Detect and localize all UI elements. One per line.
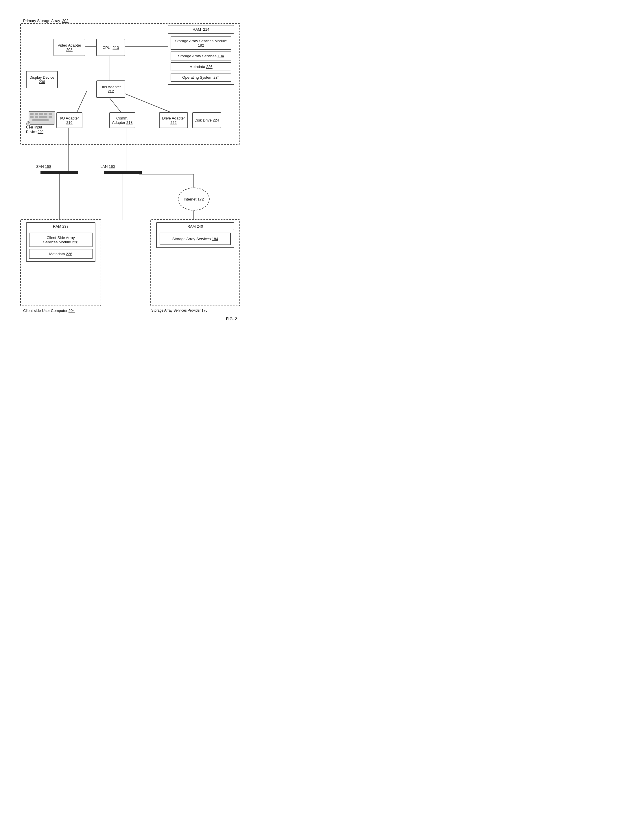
svg-rect-22 xyxy=(30,116,34,118)
metadata-226-top-label: Metadata 226 xyxy=(190,64,212,69)
ram-240-inner: Storage Array Services 184 xyxy=(156,230,234,248)
svg-rect-20 xyxy=(44,113,47,115)
user-input-device-area: User InputDevice 220 xyxy=(26,110,58,134)
sas-184-top-label: Storage Array Services 184 xyxy=(178,54,224,58)
storage-array-services-module-182-box: Storage Array Services Module 182 xyxy=(170,37,231,50)
ram-240-label: RAM 240 xyxy=(187,224,203,228)
svg-rect-24 xyxy=(39,116,47,118)
os-234-label: Operating System 234 xyxy=(182,75,220,80)
ram-214-box: RAM 214 xyxy=(168,25,234,34)
svg-rect-8 xyxy=(104,171,142,174)
storage-array-services-184-top-box: Storage Array Services 184 xyxy=(170,51,231,61)
svg-rect-7 xyxy=(40,171,78,174)
internet-172-box: Internet 172 xyxy=(178,188,210,211)
comm-adapter-218-label: Comm.Adapter 218 xyxy=(112,116,133,125)
fig-label: FIG. 2 xyxy=(226,317,237,321)
display-device-206-box: Display Device 206 xyxy=(26,71,58,88)
io-adapter-216-box: I/O Adapter 216 xyxy=(56,112,82,128)
csasm-228-label: Client-Side ArrayServices Module 228 xyxy=(43,235,78,244)
storage-array-services-184-bottom-box: Storage Array Services 184 xyxy=(160,233,231,245)
svg-rect-17 xyxy=(30,113,34,115)
client-side-user-computer-204-label: Client-side User Computer 204 xyxy=(23,309,75,313)
sasm-182-label: Storage Array Services Module 182 xyxy=(175,39,227,47)
disk-drive-224-label: Disk Drive 224 xyxy=(194,118,219,122)
svg-rect-25 xyxy=(48,116,52,118)
drive-adapter-222-box: Drive Adapter 222 xyxy=(159,112,188,128)
user-input-device-label: User InputDevice 220 xyxy=(26,125,58,134)
disk-drive-224-box: Disk Drive 224 xyxy=(192,112,221,128)
client-side-array-services-module-228-box: Client-Side ArrayServices Module 228 xyxy=(29,233,93,247)
video-adapter-208-box: Video Adapter 208 xyxy=(53,39,85,56)
svg-rect-18 xyxy=(35,113,38,115)
keyboard-icon xyxy=(26,110,58,126)
metadata-226-bottom-label: Metadata 226 xyxy=(49,252,72,256)
primary-storage-array-label: Primary Storage Array 202 xyxy=(23,19,69,23)
svg-rect-19 xyxy=(39,113,43,115)
lan-160-label: LAN 160 xyxy=(100,164,115,169)
ram-214-inner-box: Storage Array Services Module 182 Storag… xyxy=(168,34,234,85)
bus-adapter-212-label: Bus Adapter 212 xyxy=(97,85,125,93)
video-adapter-208-label: Video Adapter 208 xyxy=(54,43,85,52)
drive-adapter-222-label: Drive Adapter 222 xyxy=(160,116,187,125)
internet-172-label: Internet 172 xyxy=(184,197,204,201)
san-158-label: SAN 158 xyxy=(36,164,51,169)
ram-238-inner: Client-Side ArrayServices Module 228 Met… xyxy=(26,230,95,262)
ram-214-label: RAM 214 xyxy=(193,27,209,32)
svg-rect-21 xyxy=(48,113,52,115)
svg-rect-26 xyxy=(32,119,48,121)
storage-array-services-provider-176-label: Storage Array Services Provider 176 xyxy=(151,309,207,312)
sas-184-bottom-label: Storage Array Services 184 xyxy=(172,237,218,241)
display-device-206-label: Display Device 206 xyxy=(27,75,57,84)
cpu-210-label: CPU 210 xyxy=(103,45,119,50)
cpu-210-box: CPU 210 xyxy=(96,39,125,56)
metadata-226-top-box: Metadata 226 xyxy=(170,62,231,71)
bus-adapter-212-box: Bus Adapter 212 xyxy=(96,80,125,98)
svg-rect-23 xyxy=(35,116,38,118)
ram-238-box: RAM 238 xyxy=(26,222,95,230)
operating-system-234-box: Operating System 234 xyxy=(170,73,231,82)
ram-238-label: RAM 238 xyxy=(53,224,69,228)
ram-240-box: RAM 240 xyxy=(156,222,234,230)
metadata-226-bottom-box: Metadata 226 xyxy=(29,249,93,259)
comm-adapter-218-box: Comm.Adapter 218 xyxy=(109,112,135,128)
io-adapter-216-label: I/O Adapter 216 xyxy=(57,116,82,125)
